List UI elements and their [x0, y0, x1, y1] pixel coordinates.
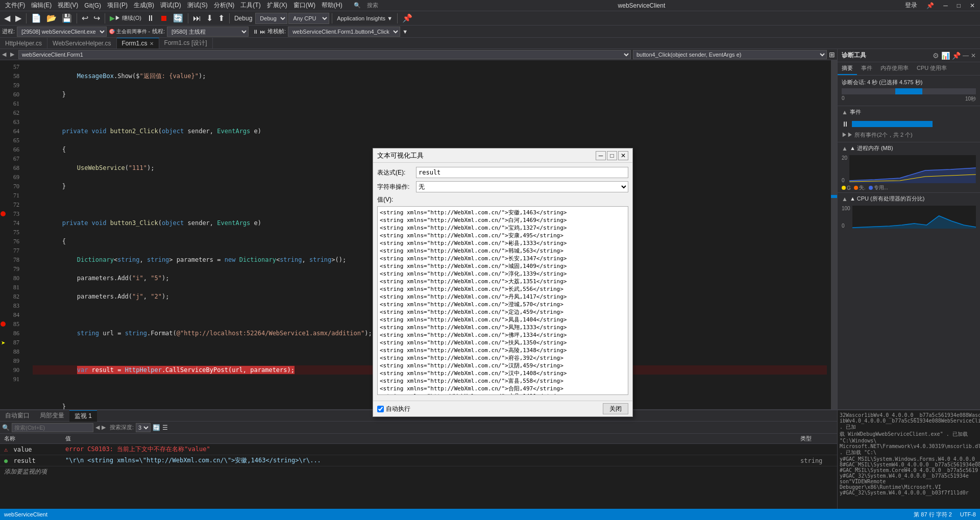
stack-dropdown[interactable]: webServiceClient.Form1.button4_Click [288, 27, 400, 37]
step-into-btn[interactable]: ⬇ [204, 12, 215, 24]
menu-item-debug[interactable]: 调试(D) [157, 0, 184, 11]
pin-right-btn[interactable]: 📌 [400, 12, 414, 24]
tab-httphelper[interactable]: HttpHelper.cs [0, 38, 47, 49]
cpu-dropdown[interactable]: Any CPU [288, 13, 329, 24]
diag-settings-icon[interactable]: ⚙ [933, 52, 939, 60]
watch-col-btn[interactable]: ☰ [162, 424, 168, 431]
separator7 [397, 13, 398, 23]
tab-watch1[interactable]: 监视 1 [69, 410, 97, 422]
menu-item-help[interactable]: 帮助(H) [318, 0, 346, 11]
nav-arrow-right[interactable]: ▶ [10, 51, 14, 58]
continue-btn[interactable]: ▶ ▶ 继续(O) [108, 13, 143, 23]
debug-config-dropdown[interactable]: Debug [255, 13, 287, 24]
pin-icon[interactable]: 📌 [923, 1, 937, 10]
undo-btn[interactable]: ↩ [80, 12, 90, 24]
pause-btn[interactable]: ⏸ [144, 13, 157, 24]
menu-item-window[interactable]: 窗口(W) [290, 0, 318, 11]
gutter-row-62: 62 [0, 108, 29, 117]
diag-tab-memory[interactable]: 内存使用率 [876, 62, 913, 75]
diag-panel-header: 诊断工具 ⚙ 📊 📌 — ✕ [838, 49, 980, 62]
gutter-row-87: ➤ 87 [0, 338, 29, 347]
nav-arrow-left[interactable]: ◀ [2, 51, 6, 58]
diag-tab-cpu[interactable]: CPU 使用率 [913, 62, 951, 75]
gutter-row-76: 76 [0, 237, 29, 246]
watch-refresh-btn[interactable]: 🔄 [153, 424, 160, 431]
menu-item-build[interactable]: 生成(B) [131, 0, 157, 11]
watch-table: 名称 值 类型 ⚠ value error CS0103: 当前上下文中不存在名… [0, 434, 837, 466]
split-editor-btn[interactable]: ⊞ [829, 51, 835, 59]
step-out-btn[interactable]: ⬆ [216, 12, 227, 24]
tab-webservicehelper[interactable]: WebServiceHelper.cs [47, 38, 117, 49]
close-btn[interactable]: ✕ [967, 1, 978, 10]
watch-row-value[interactable]: ⚠ value error CS0103: 当前上下文中不存在名称"value" [0, 444, 837, 455]
breakpoint-73[interactable] [0, 211, 6, 216]
watch-row-value-val: error CS0103: 当前上下文中不存在名称"value" [61, 444, 796, 455]
diag-pin-icon[interactable]: 📌 [952, 52, 961, 60]
watch-content[interactable]: 名称 值 类型 ⚠ value error CS0103: 当前上下文中不存在名… [0, 434, 837, 509]
add-watch-row[interactable]: 添加要监视的项 [0, 466, 837, 477]
tab-local-vars[interactable]: 局部变量 [35, 410, 69, 422]
menu-item-edit[interactable]: 编辑(E) [28, 0, 55, 11]
maximize-btn[interactable]: □ [954, 1, 964, 10]
watch-search-icon: 🔍 [2, 424, 10, 431]
operator-select[interactable]: 无XML 可视化HTML 可视化 [416, 181, 628, 192]
value-textarea[interactable] [377, 206, 628, 395]
diag-tab-summary[interactable]: 摘要 [838, 62, 857, 75]
all-events-label[interactable]: ▶▶ 所有事件(2个，共 2 个) [838, 130, 980, 142]
events-section-header[interactable]: ▲ 事件 [838, 106, 980, 118]
tab-form1cs[interactable]: Form1.cs ✕ [117, 38, 159, 49]
watch-nav-left[interactable]: ◀ [95, 424, 100, 431]
menu-item-test[interactable]: 测试(S) [184, 0, 211, 11]
diag-chart-icon[interactable]: 📊 [941, 52, 950, 60]
diag-timeline-selection[interactable] [895, 88, 922, 94]
restart-btn[interactable]: 🔄 [171, 12, 185, 24]
dialog-minimize-btn[interactable]: ─ [596, 151, 606, 160]
watch-search-input[interactable] [12, 423, 93, 432]
thread-dropdown[interactable]: [9580] 主线程 [167, 27, 249, 37]
menu-item-git[interactable]: Git(G) [81, 1, 104, 10]
watch-depth-select[interactable]: 3 [136, 423, 151, 432]
tab-form1cs-close[interactable]: ✕ [150, 41, 154, 46]
save-btn[interactable]: 💾 [60, 12, 74, 24]
dialog-close-btn[interactable]: ✕ [618, 151, 628, 160]
process-dropdown[interactable]: [29508] webServiceClient.exe [17, 27, 107, 37]
menu-item-extensions[interactable]: 扩展(X) [264, 0, 290, 11]
diag-close-icon[interactable]: ✕ [971, 52, 976, 59]
open-btn[interactable]: 📂 [44, 12, 59, 24]
tab-httphelper-label: HttpHelper.cs [5, 40, 42, 47]
tab-form1design[interactable]: Form1.cs [设计] [159, 38, 213, 49]
watch-row-result[interactable]: ● result "\r\n <string xmlns=\"http://We… [0, 455, 837, 466]
redo-btn[interactable]: ↪ [91, 12, 102, 24]
breakpoint-85[interactable] [0, 321, 6, 327]
events-pause-btn[interactable]: ⏸ [842, 120, 849, 128]
diag-tab-events[interactable]: 事件 [857, 62, 876, 75]
fwd-btn[interactable]: ▶ [13, 12, 23, 24]
minimize-btn[interactable]: ─ [940, 1, 951, 10]
diag-minimize-icon[interactable]: — [963, 52, 969, 59]
result-expand-icon[interactable]: ● [4, 457, 8, 464]
menu-item-tools[interactable]: 工具(T) [237, 0, 263, 11]
stop-btn[interactable]: ⏹ [158, 13, 170, 24]
menu-item-analyze[interactable]: 分析(N) [211, 0, 238, 11]
auto-execute-checkbox[interactable] [377, 406, 384, 412]
login-link[interactable]: 登录 [902, 0, 920, 11]
menu-item-project[interactable]: 项目(P) [104, 0, 131, 11]
back-btn[interactable]: ◀ [2, 12, 12, 24]
step-over-btn[interactable]: ⏭ [191, 13, 203, 24]
class-dropdown[interactable]: webServiceClient.Form1 [18, 50, 631, 59]
dialog-maximize-btn[interactable]: □ [607, 151, 617, 160]
watch-nav-right[interactable]: ▶ [102, 424, 106, 431]
method-dropdown[interactable]: button4_Click(object sender, EventArgs e… [633, 50, 827, 59]
tab-auto-window[interactable]: 自动窗口 [0, 410, 35, 422]
menu-item-file[interactable]: 文件(F) [2, 0, 28, 11]
cpu-chart [852, 206, 976, 229]
memory-section-header[interactable]: ▲ ▲ 进程内存 (MB) [838, 142, 980, 154]
application-insights-btn[interactable]: Application Insights ▼ [335, 14, 395, 22]
timeline-start: 0 [842, 95, 845, 103]
dialog-close-footer-btn[interactable]: 关闭 [603, 403, 628, 414]
new-btn[interactable]: 📄 [29, 12, 43, 24]
separator4 [188, 13, 188, 23]
expression-input[interactable] [416, 167, 628, 178]
menu-item-view[interactable]: 视图(V) [55, 0, 81, 11]
cpu-section-header[interactable]: ▲ ▲ CPU (所有处理器的百分比) [838, 193, 980, 205]
